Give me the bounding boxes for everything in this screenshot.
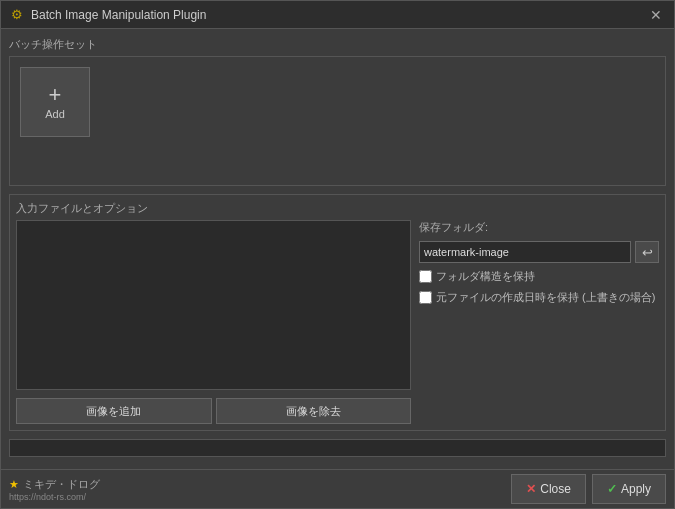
close-label: Close	[540, 482, 571, 496]
folder-input-row: ↩	[419, 241, 659, 263]
add-operation-button[interactable]: + Add	[20, 67, 90, 137]
preserve-structure-row: フォルダ構造を保持	[419, 269, 659, 284]
preserve-structure-checkbox[interactable]	[419, 270, 432, 283]
logo-url: https://ndot-rs.com/	[9, 492, 86, 502]
options-area: 保存フォルダ: ↩ フォルダ構造を保持 元ファイルの作成日時を保持 (上書きの場…	[419, 220, 659, 424]
close-icon: ✕	[526, 482, 536, 496]
batch-section: バッチ操作セット + Add	[9, 37, 666, 186]
file-list	[16, 220, 411, 390]
star-icon: ★	[9, 478, 19, 491]
input-section-label: 入力ファイルとオプション	[16, 201, 659, 216]
close-button[interactable]: ✕ Close	[511, 474, 586, 504]
main-content: バッチ操作セット + Add 入力ファイルとオプション 画像を追加 画像を除去	[1, 29, 674, 469]
folder-row: 保存フォルダ:	[419, 220, 659, 235]
input-section: 入力ファイルとオプション 画像を追加 画像を除去 保存フォルダ:	[9, 194, 666, 431]
remove-image-button[interactable]: 画像を除去	[216, 398, 412, 424]
batch-operations-area: + Add	[9, 56, 666, 186]
apply-label: Apply	[621, 482, 651, 496]
footer-buttons: ✕ Close ✓ Apply	[511, 474, 666, 504]
watermark-logo: ★ ミキデ・ドログ https://ndot-rs.com/	[9, 477, 100, 502]
window-title: Batch Image Manipulation Plugin	[31, 8, 646, 22]
apply-button[interactable]: ✓ Apply	[592, 474, 666, 504]
batch-section-label: バッチ操作セット	[9, 37, 666, 52]
apply-check-icon: ✓	[607, 482, 617, 496]
folder-label: 保存フォルダ:	[419, 220, 488, 235]
progress-bar	[9, 439, 666, 457]
logo-name: ミキデ・ドログ	[23, 477, 100, 492]
preserve-structure-label: フォルダ構造を保持	[436, 269, 535, 284]
title-bar: ⚙ Batch Image Manipulation Plugin ✕	[1, 1, 674, 29]
main-window: ⚙ Batch Image Manipulation Plugin ✕ バッチ操…	[0, 0, 675, 509]
preserve-date-row: 元ファイルの作成日時を保持 (上書きの場合)	[419, 290, 659, 305]
preserve-date-label: 元ファイルの作成日時を保持 (上書きの場合)	[436, 290, 655, 305]
window-close-button[interactable]: ✕	[646, 5, 666, 25]
add-plus-icon: +	[49, 84, 62, 106]
footer: ★ ミキデ・ドログ https://ndot-rs.com/ ✕ Close ✓…	[1, 469, 674, 508]
preserve-date-checkbox[interactable]	[419, 291, 432, 304]
add-label: Add	[45, 108, 65, 120]
folder-input[interactable]	[419, 241, 631, 263]
input-main-area: 画像を追加 画像を除去 保存フォルダ: ↩ フォルダ構造を保持	[16, 220, 659, 424]
logo-text: ★ ミキデ・ドログ	[9, 477, 100, 492]
app-icon: ⚙	[9, 7, 25, 23]
folder-reset-button[interactable]: ↩	[635, 241, 659, 263]
add-image-button[interactable]: 画像を追加	[16, 398, 212, 424]
file-action-buttons: 画像を追加 画像を除去	[16, 398, 411, 424]
